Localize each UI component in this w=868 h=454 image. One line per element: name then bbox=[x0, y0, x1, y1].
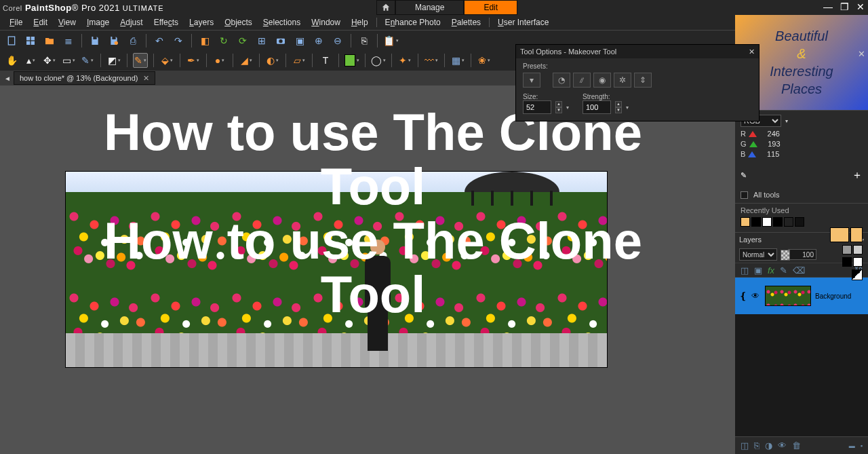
layer-name[interactable]: Background bbox=[815, 292, 851, 300]
save-button[interactable] bbox=[87, 33, 102, 48]
g-value[interactable]: 193 bbox=[760, 140, 781, 148]
bw-swatch-w[interactable] bbox=[853, 257, 863, 267]
color-mode-more[interactable]: ▾ bbox=[785, 118, 788, 124]
layer-mask-icon[interactable]: ◑ bbox=[765, 440, 772, 451]
warp-brush-tool[interactable]: 〰 bbox=[424, 53, 439, 68]
size-input[interactable]: 52 bbox=[523, 100, 551, 114]
menu-user-interface[interactable]: User Interface bbox=[492, 18, 554, 27]
canvas[interactable] bbox=[65, 171, 608, 368]
menu-layers[interactable]: Layers bbox=[184, 18, 219, 27]
paint-brush-tool[interactable]: ✒ bbox=[186, 53, 201, 68]
zoom-out-button[interactable]: ⊖ bbox=[330, 33, 345, 48]
bw-swatch-b[interactable] bbox=[842, 257, 852, 267]
move-tool[interactable]: ✥ bbox=[42, 53, 57, 68]
blend-mode-select[interactable]: Normal bbox=[739, 248, 777, 261]
menu-selections[interactable]: Selections bbox=[258, 18, 306, 27]
eraser-tool[interactable]: ▱ bbox=[292, 53, 307, 68]
layer-zoom-in[interactable]: ▪ bbox=[861, 442, 863, 449]
recent-swatch[interactable] bbox=[773, 217, 783, 227]
clone-tool[interactable]: ● bbox=[212, 53, 227, 68]
size-more[interactable]: ▾ bbox=[566, 105, 569, 111]
layer-thumbnail[interactable] bbox=[765, 286, 811, 306]
panel-close[interactable]: ✕ bbox=[858, 49, 865, 59]
dropper-tool[interactable]: ✎ bbox=[80, 53, 95, 68]
scanner-button[interactable]: ≣ bbox=[61, 33, 76, 48]
preset-dropdown[interactable]: ▾ bbox=[523, 73, 540, 88]
strength-down[interactable]: ▼ bbox=[615, 107, 622, 113]
scratch-remover-tool[interactable]: ◢ bbox=[239, 53, 254, 68]
layer-new-icon[interactable]: ◫ bbox=[741, 440, 749, 451]
tab-edit[interactable]: Edit bbox=[464, 0, 517, 15]
size-down[interactable]: ▼ bbox=[555, 107, 562, 113]
new-file-button[interactable] bbox=[4, 33, 19, 48]
open-file-button[interactable] bbox=[42, 33, 57, 48]
strength-up[interactable]: ▲ bbox=[615, 101, 622, 107]
menu-image[interactable]: Image bbox=[81, 18, 115, 27]
minimize-button[interactable]: — bbox=[823, 1, 833, 12]
document-tab-close[interactable]: ✕ bbox=[143, 74, 149, 83]
save-as-button[interactable] bbox=[106, 33, 121, 48]
grid-button[interactable] bbox=[23, 33, 38, 48]
recent-swatch[interactable] bbox=[795, 217, 804, 227]
menu-window[interactable]: Window bbox=[306, 18, 346, 27]
text-tool[interactable]: T bbox=[318, 53, 333, 68]
print-button[interactable]: ⎙ bbox=[125, 33, 140, 48]
fill-tool[interactable] bbox=[344, 53, 359, 68]
camera-button[interactable] bbox=[273, 33, 288, 48]
document-tab[interactable]: how to clone* @ 13% (Background) ✕ bbox=[14, 71, 155, 85]
instant-effects-button[interactable]: ◧ bbox=[197, 33, 212, 48]
tool-options-close[interactable]: ✕ bbox=[749, 48, 755, 56]
tool-options-panel[interactable]: Tool Options - Makeover Tool ✕ Presets: … bbox=[515, 44, 760, 121]
undo-button[interactable]: ↶ bbox=[152, 33, 167, 48]
dodge-tool[interactable]: ◐ bbox=[265, 53, 280, 68]
resize-button[interactable]: ⊞ bbox=[254, 33, 269, 48]
all-tools-checkbox[interactable] bbox=[741, 191, 748, 199]
rotate-button[interactable]: ⟳ bbox=[235, 33, 250, 48]
layer-visibility-icon[interactable]: 👁 bbox=[751, 291, 761, 301]
zoom-in-button[interactable]: ⊕ bbox=[311, 33, 326, 48]
menu-effects[interactable]: Effects bbox=[149, 18, 184, 27]
adjust-button[interactable]: ↻ bbox=[216, 33, 231, 48]
menu-enhance-photo[interactable]: Enhance Photo bbox=[380, 18, 446, 27]
recent-swatch[interactable] bbox=[762, 217, 772, 227]
size-up[interactable]: ▲ bbox=[555, 101, 562, 107]
menu-view[interactable]: View bbox=[53, 18, 81, 27]
strength-input[interactable]: 100 bbox=[583, 100, 611, 114]
launch-button[interactable]: ⎘ bbox=[357, 33, 372, 48]
layer-expand[interactable]: ❴ bbox=[739, 290, 747, 301]
add-swatch-button[interactable]: ＋ bbox=[852, 168, 863, 183]
picture-tube-tool[interactable]: ✦ bbox=[397, 53, 412, 68]
maximize-button[interactable]: ❐ bbox=[840, 1, 849, 12]
fg-swatch-2[interactable] bbox=[850, 227, 863, 242]
strength-more[interactable]: ▾ bbox=[626, 105, 629, 111]
preset-eye-drop[interactable]: ◉ bbox=[593, 73, 611, 88]
doc-tab-prev[interactable]: ◄ bbox=[3, 73, 12, 83]
new-mask-button[interactable]: ▣ bbox=[754, 265, 762, 276]
tool-options-header[interactable]: Tool Options - Makeover Tool ✕ bbox=[516, 45, 759, 58]
menu-file[interactable]: File bbox=[4, 18, 28, 27]
layer-view-icon[interactable]: 👁 bbox=[778, 440, 787, 451]
new-group-button[interactable]: ✎ bbox=[780, 265, 787, 276]
recent-swatch[interactable] bbox=[741, 217, 750, 227]
menu-palettes[interactable]: Palettes bbox=[446, 18, 486, 27]
preset-suntan[interactable]: ✲ bbox=[614, 73, 631, 88]
layer-row[interactable]: ❴ 👁 Background bbox=[735, 278, 868, 314]
red-eye-tool[interactable]: ⬙ bbox=[159, 53, 174, 68]
foreground-swatch[interactable] bbox=[830, 227, 849, 242]
b-value[interactable]: 115 bbox=[759, 150, 779, 158]
oil-brush-tool[interactable]: ❀ bbox=[477, 53, 492, 68]
layer-duplicate-icon[interactable]: ⎘ bbox=[754, 440, 760, 451]
bw-toggle[interactable] bbox=[852, 269, 863, 280]
eyedropper-icon[interactable]: ✎ bbox=[741, 171, 747, 180]
preset-toothbrush[interactable]: ⫽ bbox=[573, 73, 591, 88]
recent-swatch[interactable] bbox=[751, 217, 761, 227]
opacity-input[interactable]: 100 bbox=[788, 249, 816, 260]
pan-tool[interactable]: ✋ bbox=[4, 53, 19, 68]
menu-edit[interactable]: Edit bbox=[28, 18, 53, 27]
recent-swatch[interactable] bbox=[784, 217, 793, 227]
selection-tool[interactable]: ▭ bbox=[61, 53, 76, 68]
shape-tool[interactable]: ◯ bbox=[371, 53, 386, 68]
preset-thinify[interactable]: ⇕ bbox=[634, 73, 652, 88]
clipboard-button[interactable]: 📋 bbox=[383, 33, 398, 48]
screenshot-button[interactable]: ▣ bbox=[292, 33, 307, 48]
